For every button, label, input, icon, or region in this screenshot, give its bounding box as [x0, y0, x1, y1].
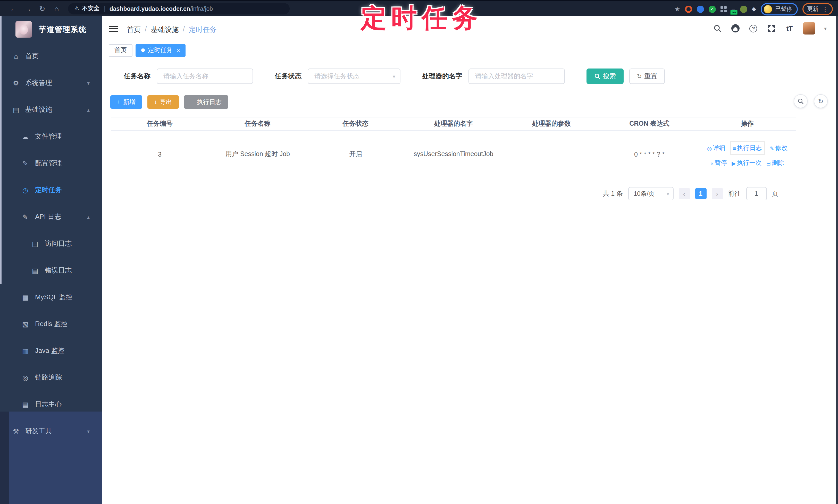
sidebar-item-redis[interactable]: ▧ Redis 监控: [0, 311, 102, 337]
extension-orange-icon[interactable]: [685, 5, 692, 13]
browser-back-icon[interactable]: ←: [6, 4, 21, 13]
detail-link[interactable]: ◎ 详细: [707, 144, 725, 152]
reset-button[interactable]: ↻ 重置: [629, 69, 665, 84]
url-path: /infra/job: [190, 5, 213, 12]
col-job-name: 任务名称: [209, 118, 307, 130]
sidebar-item-mysql[interactable]: ▦ MySQL 监控: [0, 284, 102, 311]
search-button[interactable]: 搜索: [587, 69, 624, 84]
search-label: 搜索: [603, 72, 616, 80]
browser-reload-icon[interactable]: ↻: [35, 4, 50, 13]
col-handler-param: 处理器的参数: [503, 118, 600, 130]
extension-drop-icon[interactable]: [697, 5, 704, 13]
cell-cron: 0 * * * * ? *: [600, 151, 698, 158]
sidebar-item-file[interactable]: ☁ 文件管理: [0, 123, 102, 150]
goto-label: 前往: [728, 189, 741, 198]
table-header: 任务编号 任务名称 任务状态 处理器的名字 处理器的参数 CRON 表达式 操作: [111, 117, 796, 131]
font-size-icon[interactable]: tT: [785, 24, 794, 33]
sidebar-item-system[interactable]: ⚙ 系统管理 ▾: [0, 70, 102, 96]
github-icon[interactable]: [731, 24, 740, 33]
breadcrumb-home[interactable]: 首页: [127, 25, 141, 35]
sidebar-item-trace[interactable]: ◎ 链路追踪: [0, 364, 102, 391]
app-title: 芋道管理系统: [39, 24, 87, 34]
goto-page-input[interactable]: [746, 187, 767, 200]
address-bar[interactable]: ⚠ 不安全 | dashboard.yudao.iocoder.cn/infra…: [68, 3, 290, 14]
app-logo: [15, 21, 32, 38]
toggle-search-button[interactable]: [794, 94, 808, 108]
fullscreen-icon[interactable]: [767, 24, 776, 33]
active-dot-icon: [141, 49, 145, 52]
sidebar-item-error-log[interactable]: ▤ 错误日志: [0, 257, 102, 284]
run-once-link[interactable]: ▶ 执行一次: [732, 159, 762, 167]
job-table: 任务编号 任务名称 任务状态 处理器的名字 处理器的参数 CRON 表达式 操作…: [111, 117, 796, 178]
extension-pin-icon[interactable]: ◆: [752, 6, 756, 12]
job-log-button[interactable]: ≡ 执行日志: [184, 95, 228, 109]
help-icon[interactable]: ?: [749, 24, 758, 33]
extension-on-badge: on: [730, 10, 737, 15]
tag-job-active[interactable]: 定时任务 ×: [136, 44, 186, 56]
tags-view: 首页 定时任务 ×: [102, 42, 836, 59]
add-button[interactable]: + 新增: [110, 95, 142, 109]
detail-label: 详细: [713, 144, 725, 152]
update-button[interactable]: 更新: [807, 5, 818, 13]
sidebar-item-java[interactable]: ▥ Java 监控: [0, 337, 102, 364]
add-label: 新增: [123, 97, 136, 106]
handler-input[interactable]: [469, 69, 565, 84]
total-count: 共 1 条: [603, 189, 623, 198]
sidebar-item-devtools[interactable]: ⚒ 研发工具 ▾: [0, 418, 102, 445]
extension-grid-icon[interactable]: [720, 6, 727, 12]
extension-stack-icon[interactable]: ≡ on: [731, 5, 735, 13]
tag-home[interactable]: 首页: [109, 44, 133, 56]
pause-link[interactable]: × 暂停: [711, 159, 727, 167]
sidebar: 芋道管理系统 ⌂ 首页 ⚙ 系统管理 ▾ ▤ 基础设施 ▴ ☁ 文件管理 ✎: [0, 16, 102, 504]
sidebar-item-home[interactable]: ⌂ 首页: [0, 43, 102, 70]
avatar-caret-icon[interactable]: ▾: [824, 25, 827, 31]
search-icon[interactable]: [713, 24, 722, 33]
sidebar-item-label: Java 监控: [35, 346, 65, 355]
refresh-table-button[interactable]: ↻: [814, 94, 828, 108]
delete-link[interactable]: ⊟ 删除: [766, 159, 784, 167]
sidebar-item-infra[interactable]: ▤ 基础设施 ▴: [0, 96, 102, 123]
tag-close-icon[interactable]: ×: [177, 47, 180, 53]
sidebar-item-access-log[interactable]: ▤ 访问日志: [0, 230, 102, 257]
user-avatar[interactable]: [803, 22, 815, 35]
edit-link[interactable]: ✎ 修改: [770, 144, 788, 152]
plus-icon: +: [117, 98, 121, 106]
page-size-select[interactable]: 10条/页 ▾: [628, 187, 673, 200]
browser-toolbar-right: ★ ✓ ≡ on ◆ 已暂停 更新 ⋮: [674, 2, 833, 16]
emoji-avatar-icon[interactable]: [764, 5, 772, 13]
sidebar-item-config[interactable]: ✎ 配置管理: [0, 150, 102, 177]
status-select[interactable]: 请选择任务状态 ▾: [308, 69, 400, 84]
browser-menu-icon[interactable]: ⋮: [822, 5, 828, 13]
browser-home-icon[interactable]: ⌂: [50, 4, 64, 13]
window-scrollbar[interactable]: [836, 16, 838, 504]
sidebar-item-api-log[interactable]: ✎ API 日志 ▴: [0, 203, 102, 230]
bookmark-star-icon[interactable]: ★: [674, 5, 680, 13]
extension-leaf-icon[interactable]: [740, 5, 747, 13]
pause-label: 暂停: [715, 159, 727, 167]
name-input[interactable]: [157, 69, 253, 84]
table-tools: ↻: [794, 94, 828, 108]
cell-actions: ◎ 详细 ≡ 执行日志 ✎ 修改: [698, 141, 796, 167]
annotation-title: 定时任务: [361, 1, 483, 36]
security-label[interactable]: 不安全: [82, 5, 100, 12]
browser-forward-icon[interactable]: →: [21, 4, 35, 13]
col-cron: CRON 表达式: [600, 118, 698, 130]
row-job-log-link[interactable]: ≡ 执行日志: [730, 141, 765, 155]
edit-label: 修改: [775, 144, 787, 152]
page-1-button[interactable]: 1: [695, 188, 706, 199]
warning-icon: ⚠: [74, 5, 80, 12]
cloud-icon: ☁: [21, 133, 29, 140]
sidebar-collapse-icon[interactable]: [109, 26, 118, 33]
play-icon: ▶: [732, 160, 736, 166]
filter-name-group: 任务名称: [124, 69, 253, 84]
status-placeholder: 请选择任务状态: [314, 72, 360, 80]
prev-page-button[interactable]: ‹: [679, 188, 690, 199]
handler-label: 处理器的名字: [422, 72, 462, 81]
export-button[interactable]: ↓ 导出: [147, 95, 179, 109]
next-page-button[interactable]: ›: [712, 188, 723, 199]
sidebar-item-job[interactable]: ◷ 定时任务: [0, 177, 102, 203]
breadcrumb-infra[interactable]: 基础设施: [151, 25, 179, 35]
sidebar-item-log-center[interactable]: ▤ 日志中心: [0, 391, 102, 418]
download-icon: ↓: [154, 98, 157, 106]
extension-check-icon[interactable]: ✓: [709, 5, 716, 13]
